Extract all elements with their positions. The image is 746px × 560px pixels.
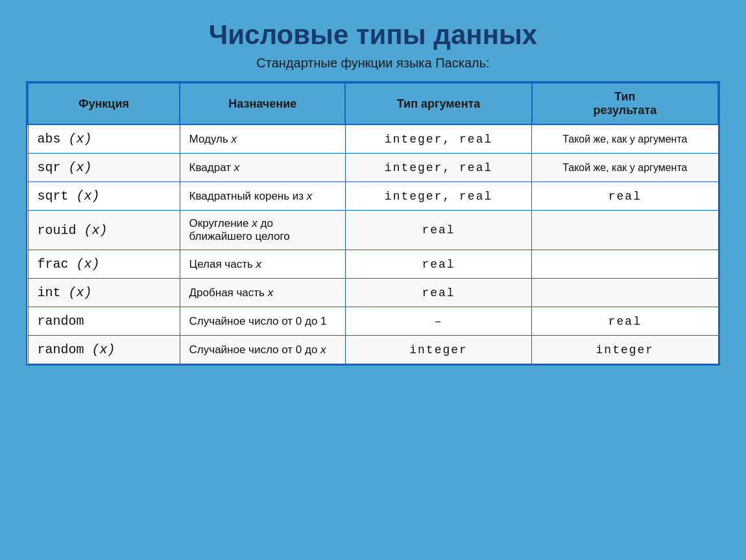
- function-name: sqr: [38, 160, 61, 175]
- header-arg-type: Тип аргумента: [345, 83, 531, 124]
- function-arg: (x): [61, 160, 92, 175]
- table-row: randomСлучайное число от 0 до 1–real: [28, 307, 718, 336]
- header-result-type: Типрезультата: [532, 83, 718, 124]
- page-title: Числовые типы данных: [209, 19, 537, 51]
- cell-arg-type: integer, real: [345, 182, 531, 211]
- function-arg: (x): [69, 257, 100, 272]
- function-arg: (x): [77, 223, 108, 238]
- cell-arg-type: –: [345, 307, 531, 336]
- cell-result-type: [532, 211, 718, 250]
- cell-description: Целая часть x: [180, 250, 345, 279]
- page-subtitle: Стандартные функции языка Паскаль:: [256, 56, 489, 71]
- function-name: int: [38, 285, 61, 300]
- functions-table: Функция Назначение Тип аргумента Типрезу…: [27, 82, 719, 364]
- cell-description: Случайное число от 0 до 1: [180, 307, 345, 336]
- header-description: Назначение: [180, 83, 345, 124]
- cell-function: int (x): [28, 279, 180, 307]
- cell-arg-type: integer: [345, 336, 531, 364]
- cell-result-type: real: [532, 182, 718, 211]
- cell-arg-type: integer, real: [345, 154, 531, 182]
- cell-result-type: Такой же, как у аргумента: [532, 154, 718, 182]
- table-row: rouid (x)Округление x до ближайшего цело…: [28, 211, 718, 250]
- function-name: sqrt: [38, 189, 69, 204]
- cell-result-type: integer: [532, 336, 718, 364]
- function-name: rouid: [38, 223, 77, 238]
- cell-result-type: [532, 279, 718, 307]
- function-name: frac: [38, 257, 69, 272]
- table-row: int (x)Дробная часть xreal: [28, 279, 718, 307]
- cell-description: Случайное число от 0 до x: [180, 336, 345, 364]
- cell-function: rouid (x): [28, 211, 180, 250]
- cell-function: abs (x): [28, 124, 180, 154]
- cell-function: sqrt (x): [28, 182, 180, 211]
- table-row: frac (x)Целая часть xreal: [28, 250, 718, 279]
- cell-description: Модуль x: [180, 124, 345, 154]
- cell-description: Дробная часть x: [180, 279, 345, 307]
- cell-description: Квадрат x: [180, 154, 345, 182]
- cell-arg-type: integer, real: [345, 124, 531, 154]
- function-arg: (x): [69, 189, 100, 204]
- table-header-row: Функция Назначение Тип аргумента Типрезу…: [28, 83, 718, 124]
- cell-result-type: Такой же, как у аргумента: [532, 124, 718, 154]
- table-row: sqr (x)Квадрат xinteger, realТакой же, к…: [28, 154, 718, 182]
- table-row: abs (x)Модуль xinteger, realТакой же, ка…: [28, 124, 718, 154]
- cell-description: Округление x до ближайшего целого: [180, 211, 345, 250]
- table-row: sqrt (x)Квадратный корень из xinteger, r…: [28, 182, 718, 211]
- cell-arg-type: real: [345, 279, 531, 307]
- cell-result-type: real: [532, 307, 718, 336]
- function-name: random: [38, 314, 84, 329]
- header-function: Функция: [28, 83, 180, 124]
- function-name: random: [38, 342, 84, 357]
- cell-function: frac (x): [28, 250, 180, 279]
- cell-description: Квадратный корень из x: [180, 182, 345, 211]
- cell-function: random: [28, 307, 180, 336]
- function-arg: (x): [61, 285, 92, 300]
- cell-arg-type: real: [345, 250, 531, 279]
- cell-function: sqr (x): [28, 154, 180, 182]
- cell-function: random (x): [28, 336, 180, 364]
- function-arg: (x): [84, 342, 115, 357]
- cell-result-type: [532, 250, 718, 279]
- function-name: abs: [38, 132, 61, 146]
- main-table-container: Функция Назначение Тип аргумента Типрезу…: [26, 81, 720, 366]
- table-row: random (x)Случайное число от 0 до xinteg…: [28, 336, 718, 364]
- cell-arg-type: real: [345, 211, 531, 250]
- function-arg: (x): [61, 132, 92, 146]
